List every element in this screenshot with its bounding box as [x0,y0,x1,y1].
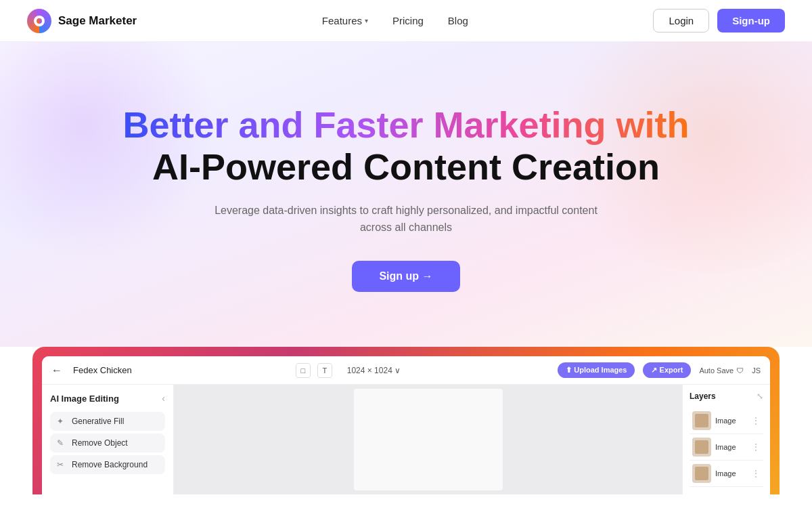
layer-item[interactable]: Image ⋮ [690,408,763,434]
nav-actions: Login Sign-up [653,9,785,33]
remove-background-icon: ✂ [57,460,66,469]
shield-icon: 🛡 [736,366,744,375]
app-toolbar: ← Fedex Chicken □ T 1024 × 1024 ∨ ⬆ Uplo… [42,356,770,385]
hero-title: Better and Faster Marketing with AI-Powe… [122,104,689,188]
sidebar-item-generative-fill[interactable]: ✦ Generative Fill [50,412,165,431]
layer-thumbnail [692,411,711,430]
hero-title-line1: Better and Faster Marketing with [122,104,689,146]
sidebar-title: AI Image Editing [50,394,119,404]
generative-fill-icon: ✦ [57,417,66,426]
navbar: Sage Marketer Features ▾ Pricing Blog Lo… [0,0,812,42]
nav-links: Features ▾ Pricing Blog [322,15,468,26]
app-body: AI Image Editing ‹ ✦ Generative Fill ✎ R… [42,385,770,494]
js-indicator: JS [752,366,761,375]
canvas-size-selector[interactable]: 1024 × 1024 ∨ [347,366,401,375]
sidebar-item-remove-background[interactable]: ✂ Remove Background [50,455,165,474]
sidebar-item-remove-object[interactable]: ✎ Remove Object [50,433,165,452]
toolbar-project-name: Fedex Chicken [73,365,132,375]
text-tool-icon[interactable]: T [317,363,332,378]
brand-name: Sage Marketer [58,14,137,28]
hero-title-line2: AI-Powered Content Creation [122,146,689,188]
app-window: ← Fedex Chicken □ T 1024 × 1024 ∨ ⬆ Uplo… [42,356,770,494]
features-chevron-icon: ▾ [365,17,368,24]
layers-header: Layers ⤡ [690,391,763,401]
layer-options-icon[interactable]: ⋮ [751,442,761,452]
layers-panel: Layers ⤡ Image ⋮ Image ⋮ Image ⋮ [682,385,770,494]
logo-icon [27,9,51,33]
hero-subtitle: Leverage data-driven insights to craft h… [210,202,602,236]
layer-thumbnail [692,464,711,483]
toolbar-icons: □ T [296,363,332,378]
app-preview: ← Fedex Chicken □ T 1024 × 1024 ∨ ⬆ Uplo… [32,347,780,494]
canvas-placeholder [354,389,503,490]
layer-thumbnail [692,438,711,457]
nav-features-link[interactable]: Features ▾ [322,15,368,26]
signup-button[interactable]: Sign-up [717,9,785,33]
canvas-shape-icon[interactable]: □ [296,363,311,378]
remove-object-icon: ✎ [57,438,66,448]
layer-item[interactable]: Image ⋮ [690,461,763,487]
canvas-area[interactable] [174,385,682,494]
upload-images-button[interactable]: ⬆ Upload Images [558,362,635,378]
nav-blog-link[interactable]: Blog [448,15,468,26]
sidebar-header: AI Image Editing ‹ [50,393,165,404]
toolbar-back-icon[interactable]: ← [51,364,62,377]
hero-cta-button[interactable]: Sign up → [352,261,459,292]
layer-options-icon[interactable]: ⋮ [751,468,761,479]
layers-collapse-icon[interactable]: ⤡ [757,391,763,401]
autosave-indicator: Auto Save 🛡 [699,366,744,375]
sidebar-collapse-icon[interactable]: ‹ [162,393,165,404]
layer-item[interactable]: Image ⋮ [690,434,763,461]
login-button[interactable]: Login [653,9,709,33]
layers-title: Layers [690,391,716,401]
hero-section: Better and Faster Marketing with AI-Powe… [0,42,812,347]
logo[interactable]: Sage Marketer [27,9,137,33]
ai-image-editing-sidebar: AI Image Editing ‹ ✦ Generative Fill ✎ R… [42,385,174,494]
export-button[interactable]: ↗ Export [643,362,691,378]
layer-options-icon[interactable]: ⋮ [751,415,761,426]
nav-pricing-link[interactable]: Pricing [392,15,424,26]
